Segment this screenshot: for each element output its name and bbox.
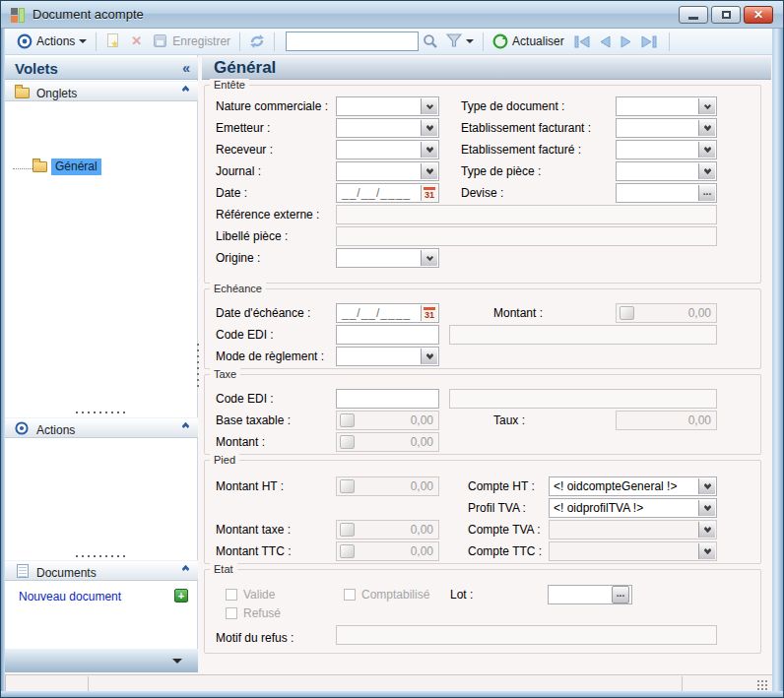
double-dropdown-icon[interactable] [421,349,437,364]
new-document-icon: ★ [105,33,121,49]
combo-compte-ttc[interactable] [549,541,717,561]
section-documents[interactable]: Documents [5,560,198,581]
toolbar: Actions ★ ✕ Enregistrer [5,29,774,55]
panel-splitter[interactable] [197,344,199,389]
restore-button[interactable] [711,6,741,24]
titlebar[interactable]: Document acompte ✕ [1,1,783,29]
chevron-down-icon [466,39,474,43]
date-echeance-field[interactable]: __/__/____ 31 [336,303,439,323]
search-input[interactable] [286,32,419,51]
combo-receveur[interactable] [336,140,439,159]
combo-emetteur[interactable] [336,118,439,138]
chevron-up-icon [183,87,188,89]
minimize-icon [688,17,698,20]
restore-icon [722,11,731,19]
tree-item-general[interactable]: Général [51,159,101,175]
lot-browse-button[interactable]: ... [612,586,629,603]
first-record-button[interactable] [574,35,591,48]
code-edi-taxe-input[interactable] [336,389,439,409]
resize-grip[interactable] [756,679,767,690]
save-button[interactable]: Enregistrer [149,32,234,51]
sync-button[interactable] [245,32,269,51]
legend-pied: Pied [210,454,239,466]
label-valide: Valide [243,585,275,604]
devise-field[interactable]: ... [616,183,717,203]
label-code-edi-taxe: Code EDI : [216,389,274,409]
splitter-handle[interactable] [76,555,127,557]
sync-icon [249,33,265,49]
combo-origine[interactable] [336,248,439,268]
double-dropdown-icon[interactable] [421,163,437,179]
double-dropdown-icon[interactable] [698,522,715,538]
label-refuse: Refusé [243,603,281,623]
calendar-button[interactable]: 31 [421,305,437,321]
combo-journal[interactable] [336,161,439,181]
label-journal: Journal : [216,161,261,181]
add-document-button[interactable]: + [174,589,188,603]
chevron-up-icon [183,423,188,425]
filter-button[interactable] [442,32,478,51]
last-record-button[interactable] [640,35,657,48]
close-button[interactable]: ✕ [744,6,773,24]
double-dropdown-icon[interactable] [698,142,715,158]
double-dropdown-icon[interactable] [698,500,715,516]
motif-refus-input[interactable] [336,625,717,645]
combo-mode-reglement[interactable] [336,347,439,366]
refuse-checkbox[interactable] [226,607,237,619]
dropdown-icon[interactable] [421,98,437,114]
double-dropdown-icon[interactable] [698,120,715,136]
window: Document acompte ✕ Actions ★ ✕ Enregistr… [0,0,784,698]
dropdown-icon[interactable] [698,98,715,114]
minimize-button[interactable] [679,6,708,24]
double-dropdown-icon[interactable] [421,120,437,136]
splitter-handle[interactable] [76,412,127,413]
montant-echeance-field: 0,00 [616,303,717,323]
tree-connector [13,168,33,169]
next-record-button[interactable] [620,35,632,48]
delete-button[interactable]: ✕ [125,32,149,51]
combo-nature-commerciale[interactable] [336,96,439,116]
window-border-bottom [1,691,783,697]
actions-menu-button[interactable]: Actions [13,32,91,51]
search-icon [423,33,438,49]
double-dropdown-icon[interactable] [421,142,437,158]
separator [669,32,670,51]
new-document-link[interactable]: Nouveau document [19,590,121,603]
comptabilise-checkbox[interactable] [344,589,356,601]
page-title: Général [202,57,771,80]
combo-etablissement-facture[interactable] [616,140,717,159]
label-compte-ht: Compte HT : [468,476,535,496]
legend-entete: Entête [210,79,249,91]
new-button[interactable]: ★ [101,32,125,51]
sidebar-bottom-bar[interactable] [5,649,198,672]
document-icon [17,564,29,578]
dropdown-icon[interactable] [421,250,437,266]
combo-compte-ht[interactable]: <! oidcompteGeneral !> [549,476,717,496]
section-actions[interactable]: Actions [5,417,198,438]
search-button[interactable] [419,32,442,51]
combo-type-document[interactable] [616,96,717,116]
previous-record-button[interactable] [599,35,612,48]
calendar-button[interactable]: 31 [421,185,437,201]
double-dropdown-icon[interactable] [698,163,715,179]
ellipsis-button[interactable]: ... [698,185,715,201]
combo-type-piece[interactable] [616,161,717,181]
valide-checkbox[interactable] [226,589,237,601]
combo-profil-tva[interactable]: <! oidprofilTVA !> [549,498,717,518]
collapse-sidebar-button[interactable]: « [182,57,190,80]
libelle-piece-input[interactable] [336,226,717,246]
amount-button [340,523,355,537]
chevron-up-icon [183,566,188,568]
date-field[interactable]: __/__/____ 31 [336,183,439,203]
reference-externe-input[interactable] [336,205,717,224]
double-dropdown-icon[interactable] [698,478,715,494]
refresh-button[interactable]: Actualiser [489,32,568,51]
combo-etablissement-facturant[interactable] [616,118,717,138]
combo-compte-tva[interactable] [549,520,717,539]
label-code-edi-echeance: Code EDI : [216,325,274,345]
double-dropdown-icon[interactable] [698,543,715,559]
label-compte-ttc: Compte TTC : [468,541,542,561]
code-edi-echeance-input[interactable] [336,325,439,345]
label-montant-taxe: Montant taxe : [216,520,291,539]
section-onglets[interactable]: Onglets [5,81,198,101]
